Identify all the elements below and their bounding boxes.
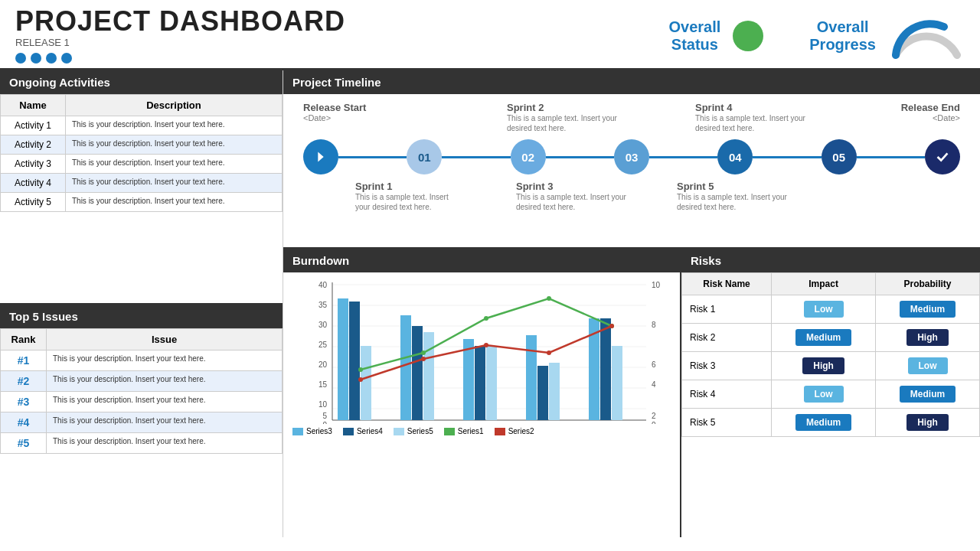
issue-desc: This is your description. Insert your te…	[47, 433, 283, 454]
issues-table: Rank Issue #1This is your description. I…	[0, 328, 283, 454]
bar-s3-4	[526, 335, 537, 420]
main-content: Ongoing Activities Name Description Acti…	[0, 70, 980, 537]
overall-progress-block: Overall Progress	[809, 13, 965, 59]
svg-text:20: 20	[318, 360, 328, 369]
impact-badge: Medium	[795, 329, 851, 346]
svg-text:35: 35	[318, 301, 328, 309]
risk-name: Risk 4	[682, 380, 772, 409]
bar-s4-3	[475, 346, 485, 420]
issue-rank: #5	[1, 433, 47, 454]
prob-badge: Medium	[900, 386, 956, 403]
bar-s3-3	[463, 339, 474, 420]
legend-series5: Series5	[394, 427, 433, 435]
sprint1-desc: This is a sample text. Insert your desir…	[355, 192, 462, 212]
activity-desc: This is your description. Insert your te…	[65, 193, 282, 212]
series2-pt5	[609, 324, 614, 328]
issues-section: Top 5 Issues Rank Issue #1This is your d…	[0, 305, 283, 537]
tl-node-end	[925, 139, 960, 174]
activity-desc: This is your description. Insert your te…	[65, 155, 282, 174]
activity-name: Activity 2	[1, 135, 66, 155]
issues-row: #2This is your description. Insert your …	[1, 371, 283, 392]
legend-label-s1: Series1	[458, 427, 484, 435]
svg-text:10: 10	[318, 400, 328, 409]
dot-1	[15, 53, 26, 64]
bar-s4-4	[537, 366, 548, 420]
legend-box-s2	[495, 428, 505, 435]
risk-probability: High	[876, 324, 980, 352]
risk-impact: Medium	[772, 409, 876, 437]
sprint2-desc: This is a sample text. Insert your desir…	[507, 113, 622, 133]
activities-row: Activity 5This is your description. Inse…	[1, 193, 283, 212]
sprint3-desc: This is a sample text. Insert your desir…	[516, 192, 631, 212]
risk-name: Risk 1	[682, 295, 772, 324]
timeline-section: Project Timeline Release Start <Date> Sp…	[283, 70, 980, 249]
col-desc-header: Description	[65, 95, 282, 116]
series1-pt2	[421, 350, 426, 355]
activities-row: Activity 4This is your description. Inse…	[1, 174, 283, 193]
arrow-right-icon	[312, 148, 329, 165]
risk-impact: Medium	[772, 324, 876, 352]
release-start-title: Release Start	[303, 102, 387, 113]
issue-desc: This is your description. Insert your te…	[47, 371, 283, 392]
tl-node-01: 01	[407, 139, 442, 174]
overall-status-block: Overall Status	[668, 18, 763, 54]
svg-text:30: 30	[318, 321, 328, 329]
bottom-row: Burndown 40 35 30 25 20 15 10 5	[283, 249, 980, 537]
burndown-content: 40 35 30 25 20 15 10 5 0 10 8 6	[283, 272, 680, 442]
risks-header: Risks	[681, 249, 980, 272]
activity-name: Activity 4	[1, 174, 66, 193]
svg-text:15: 15	[318, 380, 328, 389]
risk-probability: Medium	[876, 380, 980, 409]
issue-desc: This is your description. Insert your te…	[47, 412, 283, 433]
header: PROJECT DASHBOARD RELEASE 1 Overall Stat…	[0, 0, 980, 70]
release-start-date: <Date>	[303, 113, 387, 122]
sprint4-label: Sprint 4 This is a sample text. Insert y…	[695, 102, 810, 133]
tl-line-2	[442, 156, 510, 158]
bar-s5-2	[423, 332, 434, 420]
legend-series4: Series4	[343, 427, 383, 435]
tl-node-03: 03	[614, 139, 649, 174]
progress-label: Overall Progress	[809, 18, 876, 54]
tl-line-3	[546, 156, 614, 158]
subtitle: RELEASE 1	[15, 37, 668, 48]
issues-row: #4This is your description. Insert your …	[1, 412, 283, 433]
series1-pt1	[358, 367, 363, 372]
sprint1-label: Sprint 1 This is a sample text. Insert y…	[355, 181, 462, 212]
release-end-label: Release End <Date>	[884, 102, 960, 133]
burndown-chart: 40 35 30 25 20 15 10 5 0 10 8 6	[292, 279, 671, 424]
series2-pt2	[421, 357, 426, 361]
right-panel: Project Timeline Release Start <Date> Sp…	[283, 70, 980, 537]
activities-row: Activity 3This is your description. Inse…	[1, 155, 283, 174]
risks-table: Risk Name Impact Probability Risk 1 Low …	[681, 272, 980, 437]
col-risk-name-header: Risk Name	[682, 273, 772, 295]
bar-s5-5	[612, 346, 622, 420]
sprint2-label: Sprint 2 This is a sample text. Insert y…	[507, 102, 622, 133]
svg-text:3: 3	[489, 423, 494, 424]
bar-s5-3	[486, 346, 497, 420]
risk-impact: Low	[772, 380, 876, 409]
legend-box-s1	[444, 428, 455, 435]
series2-pt4	[547, 350, 551, 355]
col-impact-header: Impact	[772, 273, 876, 295]
sprint3-label: Sprint 3 This is a sample text. Insert y…	[516, 181, 631, 212]
page-title: PROJECT DASHBOARD	[15, 8, 668, 35]
tl-line-4	[649, 156, 717, 158]
risk-probability: Medium	[876, 295, 980, 324]
sprint3-title: Sprint 3	[516, 181, 631, 192]
col-name-header: Name	[1, 95, 66, 116]
bar-s3-1	[338, 298, 348, 420]
risk-name: Risk 3	[682, 352, 772, 380]
col-rank-header: Rank	[1, 329, 47, 350]
dot-2	[31, 53, 41, 64]
tl-line-6	[857, 156, 925, 158]
col-probability-header: Probability	[876, 273, 980, 295]
issue-rank: #1	[1, 350, 47, 371]
activities-row: Activity 1This is your description. Inse…	[1, 116, 283, 135]
sprint5-desc: This is a sample text. Insert your desir…	[677, 192, 792, 212]
issue-rank: #2	[1, 371, 47, 392]
tl-line-1	[338, 156, 407, 158]
impact-badge: High	[802, 357, 844, 374]
prob-badge: Low	[908, 357, 948, 374]
series2-pt1	[358, 377, 363, 382]
timeline-track: 01 02 03 04 05	[299, 139, 965, 174]
